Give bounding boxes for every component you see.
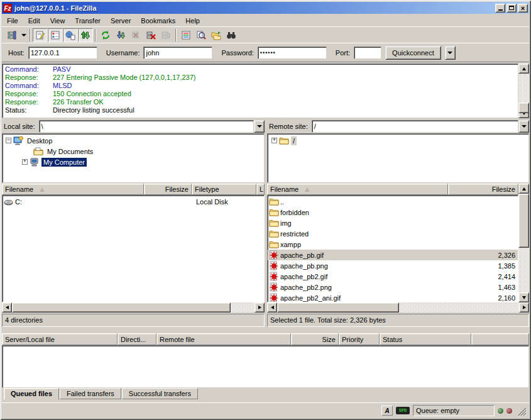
directory-comparison-button[interactable] (194, 28, 209, 42)
toggle-remote-tree-button[interactable] (63, 28, 78, 42)
file-row[interactable]: img (268, 218, 518, 228)
local-horizontal-scrollbar[interactable] (2, 302, 265, 312)
local-site-value[interactable]: \ (39, 120, 254, 133)
column-header-filetype[interactable]: Filetype (192, 184, 256, 195)
file-row-c-drive[interactable]: C: Local Disk (3, 196, 264, 207)
column-header-remote-file[interactable]: Remote file (156, 333, 291, 345)
remote-tree-icon (65, 30, 75, 40)
menu-transfer[interactable]: Transfer (70, 16, 106, 26)
remote-vertical-scrollbar[interactable] (518, 184, 529, 302)
tree-item-label[interactable]: My Documents (45, 147, 95, 156)
column-header-filesize[interactable]: Filesize (448, 184, 518, 195)
file-row[interactable]: apache_pb2_ani.gif 2,160 (268, 292, 518, 302)
disconnect-button[interactable] (143, 28, 158, 42)
toggle-transfer-queue-button[interactable] (78, 28, 93, 42)
close-button[interactable]: × (518, 4, 528, 13)
scrollbar-thumb[interactable] (518, 194, 529, 248)
menu-edit[interactable]: Edit (23, 16, 45, 26)
log-vertical-scrollbar[interactable] (518, 64, 529, 118)
data-type-icon[interactable]: A (381, 406, 393, 416)
scrollbar-thumb[interactable] (12, 302, 231, 312)
file-row[interactable]: apache_pb2.png 1,463 (268, 282, 518, 292)
menu-server[interactable]: Server (106, 16, 136, 26)
column-header-server-local-file[interactable]: Server/Local file (2, 333, 118, 345)
scroll-left-button[interactable] (2, 302, 12, 312)
tree-item-desktop[interactable]: − Desktop (3, 135, 264, 146)
tree-item-my-documents[interactable]: My Documents (3, 146, 264, 157)
menu-file[interactable]: File (2, 16, 23, 26)
toggle-local-tree-button[interactable] (48, 28, 63, 42)
refresh-button[interactable] (98, 28, 113, 42)
scroll-left-button[interactable] (267, 302, 277, 312)
file-row[interactable]: xampp (268, 239, 518, 250)
file-row-selected[interactable]: apache_pb.gif 2,326 (268, 250, 518, 260)
synchronized-browsing-button[interactable] (209, 28, 224, 42)
local-site-combo[interactable]: \ (39, 120, 265, 133)
local-site-dropdown[interactable] (254, 120, 265, 133)
site-manager-button[interactable] (4, 28, 19, 42)
tree-item-label[interactable]: Desktop (25, 136, 54, 145)
resize-grip[interactable] (518, 407, 527, 416)
menu-view[interactable]: View (45, 16, 70, 26)
quickconnect-dropdown[interactable] (445, 46, 456, 60)
tab-successful-transfers[interactable]: Successful transfers (122, 388, 198, 399)
cancel-operation-button[interactable] (128, 28, 143, 42)
close-icon: × (521, 5, 525, 11)
file-row[interactable]: restricted (268, 228, 518, 239)
scroll-right-button[interactable] (255, 302, 265, 312)
column-header-direction[interactable]: Directi... (118, 333, 156, 345)
file-row[interactable]: apache_pb2.gif 2,414 (268, 271, 518, 282)
scrollbar-track[interactable] (518, 194, 529, 292)
remote-horizontal-scrollbar[interactable] (267, 302, 529, 312)
directory-listing-filter-button[interactable] (178, 28, 194, 42)
file-row[interactable]: apache_pb.png 1,385 (268, 260, 518, 271)
scrollbar-track[interactable] (277, 302, 519, 312)
column-header-filename[interactable]: Filename (267, 184, 448, 195)
scroll-up-button[interactable] (518, 184, 529, 194)
menu-bookmarks[interactable]: Bookmarks (136, 16, 180, 26)
scrollbar-thumb[interactable] (277, 302, 399, 312)
remote-site-dropdown[interactable] (518, 120, 529, 133)
password-input[interactable] (258, 47, 327, 59)
file-row[interactable]: forbidden (268, 207, 518, 218)
find-files-button[interactable] (224, 28, 239, 42)
tab-queued-files[interactable]: Queued files (4, 388, 59, 400)
menu-help[interactable]: Help (180, 16, 205, 26)
file-size: 2,160 (451, 294, 518, 302)
maximize-button[interactable] (506, 4, 517, 13)
tree-item-label[interactable]: / (291, 136, 297, 145)
scrollbar-thumb[interactable] (518, 102, 529, 113)
column-header-filesize[interactable]: Filesize (144, 184, 192, 195)
toggle-message-log-button[interactable] (33, 28, 48, 42)
minimize-button[interactable] (495, 4, 505, 13)
column-header-filename[interactable]: Filename (2, 184, 144, 195)
scroll-down-button[interactable] (518, 292, 529, 302)
tree-item-my-computer[interactable]: + My Computer (3, 157, 264, 167)
process-queue-button[interactable] (113, 28, 128, 42)
column-header-size[interactable]: Size (291, 333, 339, 345)
tree-item-root[interactable]: + / (268, 135, 528, 146)
title-bar: Fz john@127.0.0.1 - FileZilla × (2, 2, 529, 14)
expand-icon[interactable]: + (271, 138, 277, 143)
scroll-right-button[interactable] (519, 302, 529, 312)
scrollbar-track[interactable] (518, 74, 529, 108)
username-input[interactable] (143, 47, 212, 59)
tree-item-label[interactable]: My Computer (41, 158, 87, 167)
host-input[interactable] (28, 47, 97, 59)
reconnect-button[interactable] (158, 28, 173, 42)
port-input[interactable] (354, 47, 381, 59)
expand-icon[interactable]: + (22, 159, 28, 165)
column-header-priority[interactable]: Priority (339, 333, 380, 345)
remote-site-combo[interactable]: / (312, 120, 529, 133)
quickconnect-button[interactable]: Quickconnect (385, 46, 441, 60)
speed-limit-icon[interactable]: SPD (396, 407, 410, 414)
column-header-last-modified[interactable]: L (256, 184, 265, 195)
site-manager-dropdown[interactable] (19, 28, 28, 42)
scrollbar-track[interactable] (12, 302, 255, 312)
collapse-icon[interactable]: − (6, 138, 11, 143)
file-row[interactable]: .. (268, 196, 518, 207)
remote-site-value[interactable]: / (312, 120, 518, 133)
column-header-status[interactable]: Status (380, 333, 471, 345)
tab-failed-transfers[interactable]: Failed transfers (60, 388, 121, 399)
scroll-up-button[interactable] (518, 64, 529, 74)
